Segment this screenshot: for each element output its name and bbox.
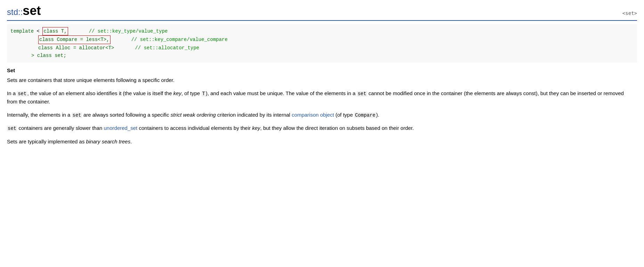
em-binary-search-trees: binary search trees — [86, 139, 131, 144]
tpl-class-compare: class Compare = less<T>, — [38, 35, 111, 44]
paragraph-3: Internally, the elements in a set are al… — [7, 111, 633, 119]
inline-code-set-1: set — [17, 91, 27, 97]
page-nav-link: <set> — [622, 10, 637, 16]
tpl-comment-1: // set::key_type/value_type — [89, 27, 168, 35]
inline-code-T: T — [202, 91, 206, 97]
paragraph-4: set containers are generally slower than… — [7, 124, 633, 132]
page-title: std::set — [7, 3, 41, 18]
paragraph-1: Sets are containers that store unique el… — [7, 76, 633, 84]
namespace-prefix: std:: — [7, 7, 23, 17]
page-header: std::set <set> — [7, 3, 637, 21]
paragraph-5: Sets are typically implemented as binary… — [7, 137, 633, 146]
paragraph-2: In a set, the value of an element also i… — [7, 89, 633, 106]
inline-code-set-3: set — [72, 112, 82, 118]
link-unordered-set[interactable]: unordered_set — [104, 125, 138, 131]
tpl-lt: < — [34, 27, 42, 35]
inline-code-compare: Compare — [354, 112, 376, 118]
em-strict-weak-ordering: strict weak ordering — [171, 112, 216, 118]
inline-code-set-2: set — [357, 91, 367, 97]
inline-code-set-4: set — [7, 126, 17, 131]
tpl-class-t: class T, — [42, 27, 68, 35]
tpl-comment-3: // set::allocator_type — [135, 44, 199, 52]
em-key-2: key — [252, 125, 260, 131]
tpl-close-line: > class set; — [31, 52, 66, 59]
link-comparison-object[interactable]: comparison object — [292, 112, 334, 118]
section-heading-set: Set — [7, 67, 637, 73]
tpl-keyword-template: template — [10, 27, 34, 35]
template-code-block: template < class T, // set::key_type/val… — [7, 24, 637, 62]
tpl-comment-2: // set::key_compare/value_compare — [131, 36, 228, 43]
em-key: key — [173, 90, 181, 96]
tpl-class-alloc: class Alloc = allocator<T> — [38, 44, 114, 52]
